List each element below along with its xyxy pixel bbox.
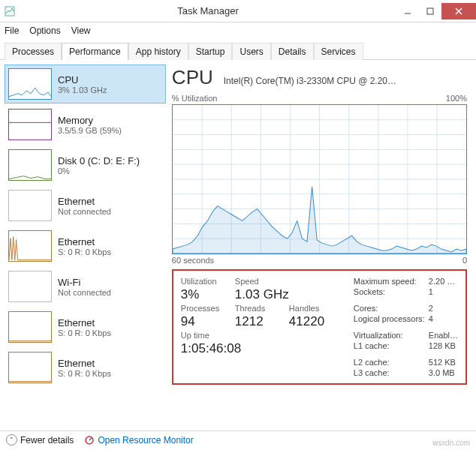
tab-app-history[interactable]: App history (128, 43, 188, 60)
sidebar-item-disk-0-c-d-e-f-[interactable]: Disk 0 (C: D: E: F:)0% (5, 146, 166, 184)
value-l3: 3.0 MB (429, 368, 458, 377)
chevron-up-icon: ˄ (6, 434, 17, 446)
sidebar-item-title: Disk 0 (C: D: E: F:) (58, 155, 140, 166)
value-max-speed: 2.20 … (429, 277, 458, 286)
sidebar-item-title: Ethernet (58, 317, 111, 328)
mini-graph (8, 352, 52, 383)
svg-rect-2 (427, 8, 433, 14)
sidebar-item-title: Ethernet (58, 236, 111, 248)
sidebar: CPU3% 1.03 GHzMemory3.5/5.9 GB (59%)Disk… (0, 60, 166, 430)
fewer-details-label: Fewer details (20, 435, 74, 446)
sidebar-item-title: Ethernet (58, 358, 111, 369)
fewer-details-toggle[interactable]: ˄ Fewer details (6, 434, 74, 446)
label-l3: L3 cache: (354, 368, 429, 377)
menu-view[interactable]: View (71, 26, 91, 36)
svg-rect-0 (5, 7, 14, 16)
close-button[interactable] (441, 3, 476, 20)
label-speed: Speed (235, 277, 289, 286)
label-handles: Handles (289, 304, 343, 313)
mini-graph (8, 271, 52, 302)
graph-xlabel-right: 0 (462, 256, 467, 265)
sidebar-item-title: Ethernet (58, 196, 111, 207)
graph-xlabel-left: 60 seconds (172, 256, 214, 265)
label-l2: L2 cache: (354, 358, 429, 367)
menu-options[interactable]: Options (29, 26, 60, 36)
sidebar-item-ethernet[interactable]: EthernetS: 0 R: 0 Kbps (5, 226, 166, 266)
sidebar-item-sub: S: 0 R: 0 Kbps (58, 248, 111, 256)
content-pane: CPU Intel(R) Core(TM) i3-2330M CPU @ 2.2… (166, 60, 476, 430)
value-cores: 2 (429, 304, 458, 313)
value-lp: 4 (429, 314, 458, 329)
graph-ymax: 100% (446, 94, 467, 103)
cpu-model: Intel(R) Core(TM) i3-2330M CPU @ 2.20… (224, 76, 396, 86)
sidebar-item-ethernet[interactable]: EthernetS: 0 R: 0 Kbps (5, 348, 166, 387)
cpu-utilization-graph[interactable] (172, 104, 467, 254)
label-virt: Virtualization: (354, 331, 429, 340)
app-icon (0, 0, 20, 22)
label-max-speed: Maximum speed: (354, 277, 429, 286)
tab-users[interactable]: Users (232, 43, 270, 60)
value-sockets: 1 (429, 287, 458, 302)
value-l2: 512 KB (429, 358, 458, 367)
label-threads: Threads (235, 304, 289, 313)
label-processes: Processes (181, 304, 235, 313)
footer: ˄ Fewer details Open Resource Monitor (0, 430, 476, 448)
sidebar-item-sub: S: 0 R: 0 Kbps (58, 328, 111, 338)
tab-startup[interactable]: Startup (188, 43, 233, 60)
mini-graph (8, 230, 52, 262)
value-processes: 94 (181, 314, 235, 329)
sidebar-item-cpu[interactable]: CPU3% 1.03 GHz (5, 64, 166, 104)
mini-graph (8, 109, 52, 140)
sidebar-item-sub: Not connected (58, 207, 111, 216)
sidebar-item-title: CPU (58, 74, 107, 86)
value-virt: Enabl… (429, 331, 458, 340)
label-cores: Cores: (354, 304, 429, 313)
mini-graph (8, 190, 52, 221)
window-title: Task Manager (20, 5, 396, 16)
resource-monitor-icon (84, 435, 95, 446)
window-titlebar: Task Manager (0, 0, 476, 22)
label-lp: Logical processors: (354, 314, 429, 329)
open-resource-monitor-link[interactable]: Open Resource Monitor (84, 435, 193, 446)
sidebar-item-wi-fi[interactable]: Wi-FiNot connected (5, 267, 166, 306)
watermark: wsxdn.com (432, 439, 470, 447)
svg-line-25 (89, 438, 92, 440)
maximize-button[interactable] (419, 3, 441, 20)
label-l1: L1 cache: (354, 341, 429, 356)
tab-details[interactable]: Details (271, 43, 314, 60)
menubar: File Options View (0, 22, 476, 39)
label-uptime: Up time (181, 331, 343, 340)
sidebar-item-sub: Not connected (58, 288, 111, 297)
mini-graph (8, 149, 52, 181)
minimize-button[interactable] (396, 3, 419, 20)
mini-graph (8, 311, 52, 343)
sidebar-item-sub: 0% (58, 166, 140, 176)
tab-performance[interactable]: Performance (62, 43, 128, 60)
sidebar-item-sub: 3.5/5.9 GB (59%) (58, 126, 122, 135)
label-sockets: Sockets: (354, 287, 429, 302)
sidebar-item-memory[interactable]: Memory3.5/5.9 GB (59%) (5, 105, 166, 144)
sidebar-item-sub: S: 0 R: 0 Kbps (58, 369, 111, 378)
value-l1: 128 KB (429, 341, 458, 356)
sidebar-item-title: Wi-Fi (58, 277, 111, 288)
graph-ylabel: % Utilization (172, 94, 218, 103)
sidebar-item-ethernet[interactable]: EthernetNot connected (5, 186, 166, 225)
value-threads: 1212 (235, 314, 289, 329)
resource-monitor-label: Open Resource Monitor (98, 435, 193, 446)
tab-processes[interactable]: Processes (5, 43, 62, 60)
sidebar-item-ethernet[interactable]: EthernetS: 0 R: 0 Kbps (5, 308, 166, 346)
cpu-details-box: Utilization Speed Maximum speed: 2.20 … … (172, 269, 467, 385)
sidebar-item-title: Memory (58, 115, 122, 126)
tab-services[interactable]: Services (314, 43, 363, 60)
tabstrip: Processes Performance App history Startu… (0, 39, 476, 60)
value-uptime: 1:05:46:08 (181, 341, 343, 356)
mini-graph (8, 68, 52, 100)
value-handles: 41220 (289, 314, 343, 329)
menu-file[interactable]: File (5, 26, 19, 36)
sidebar-item-sub: 3% 1.03 GHz (58, 86, 107, 94)
value-speed: 1.03 GHz (235, 287, 343, 302)
label-utilization: Utilization (181, 277, 235, 286)
value-utilization: 3% (181, 287, 235, 302)
page-title: CPU (172, 66, 213, 89)
